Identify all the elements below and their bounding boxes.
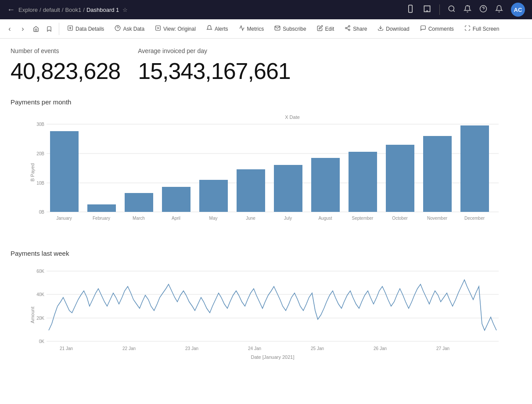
ask-data-button[interactable]: Ask Data [110,23,149,35]
nav-back-button[interactable]: ‹ [4,23,16,35]
svg-text:24 Jan: 24 Jan [248,346,261,351]
alerts-icon [206,25,212,32]
svg-text:0K: 0K [39,339,45,344]
subscribe-icon [274,25,280,32]
svg-text:10B: 10B [36,181,44,186]
svg-text:August: August [318,216,332,221]
download-label: Download [386,26,409,32]
share-label: Share [353,26,367,32]
subscribe-label: Subscribe [283,26,306,32]
main-content: Number of events 40,823,628 Average invo… [0,39,532,404]
svg-rect-15 [156,26,161,31]
svg-text:60K: 60K [36,269,44,274]
breadcrumb-default[interactable]: default [43,7,60,13]
bar-november [423,136,452,212]
subscribe-button[interactable]: Subscribe [270,23,310,35]
svg-text:30B: 30B [36,122,44,127]
line-x-axis-label: Date [January 2021] [251,354,294,360]
topbar-icons: AC [406,3,525,17]
metrics-button[interactable]: Metrics [234,23,269,35]
svg-point-3 [449,6,454,11]
svg-text:23 Jan: 23 Jan [185,346,198,351]
notifications-add-icon[interactable] [464,5,471,15]
back-button[interactable]: ← [7,5,15,14]
bar-june [237,169,265,212]
svg-text:June: June [246,216,255,221]
bell-icon[interactable] [495,5,503,15]
share-button[interactable]: Share [340,23,371,35]
breadcrumb-dashboard1[interactable]: Dashboard 1 [86,7,119,13]
svg-point-18 [349,29,350,31]
kpi-events-label: Number of events [11,47,120,54]
svg-text:October: October [392,216,408,221]
comments-icon [420,25,426,32]
metrics-icon [239,25,245,32]
svg-text:26 Jan: 26 Jan [374,346,387,351]
metrics-label: Metrics [247,26,264,32]
breadcrumb-sep1: / [40,7,41,13]
svg-point-2 [427,11,428,11]
view-original-button[interactable]: View: Original [151,23,200,35]
breadcrumb-book1[interactable]: Book1 [65,7,81,13]
svg-text:September: September [352,216,374,221]
kpi-invoiced-label: Average invoiced per day [138,47,290,54]
alerts-button[interactable]: Alerts [202,23,233,35]
fullscreen-button[interactable]: Full Screen [460,23,504,35]
bar-may [199,180,228,212]
x-axis-label: X Date [285,114,300,120]
favorite-star-icon[interactable]: ☆ [122,7,128,13]
svg-text:27 Jan: 27 Jan [436,346,449,351]
kpi-events-value: 40,823,628 [11,58,120,84]
data-details-label: Data Details [75,26,104,32]
mobile-icon[interactable] [406,4,415,15]
svg-text:February: February [93,216,110,221]
svg-text:20B: 20B [36,151,44,156]
bar-chart-title: Payments per month [11,98,521,106]
svg-point-17 [345,27,347,29]
topbar: ← Explore / default / Book1 / Dashboard … [0,0,532,19]
line-chart-title: Payments last week [11,250,521,257]
user-avatar[interactable]: AC [511,3,525,17]
data-details-icon [67,25,73,32]
ask-data-icon [115,25,121,32]
nav-forward-button[interactable]: › [17,23,29,35]
svg-text:40K: 40K [36,292,44,297]
toolbar: ‹ › Data Details Ask Data View: Original… [0,19,532,39]
comments-button[interactable]: Comments [416,23,458,35]
svg-text:November: November [427,216,448,221]
breadcrumb-sep3: / [83,7,85,13]
svg-line-4 [453,10,454,11]
edit-button[interactable]: Edit [313,23,339,35]
kpi-row: Number of events 40,823,628 Average invo… [11,47,521,84]
breadcrumb-sep2: / [62,7,64,13]
svg-text:May: May [209,216,218,221]
kpi-invoiced: Average invoiced per day 15,343,167,661 [138,47,290,84]
svg-line-19 [347,29,349,29]
nav-home-button[interactable] [30,23,42,35]
bar-september [349,152,377,212]
search-icon[interactable] [448,5,456,15]
svg-text:20K: 20K [36,316,44,321]
download-button[interactable]: Download [373,23,413,35]
tablet-icon[interactable] [423,4,431,15]
topbar-divider [439,4,440,15]
help-icon[interactable] [479,5,487,15]
kpi-events: Number of events 40,823,628 [11,47,120,84]
bar-october [386,145,414,212]
bar-march [125,193,153,212]
ask-data-label: Ask Data [123,26,144,32]
bar-chart-section: Payments per month B Payed X Date 30B 20… [11,98,521,236]
toolbar-nav: ‹ › [4,23,55,35]
data-details-button[interactable]: Data Details [63,23,108,35]
svg-rect-0 [409,5,412,12]
bar-july [274,165,302,212]
svg-text:December: December [464,216,485,221]
svg-text:22 Jan: 22 Jan [122,346,136,351]
edit-icon [317,25,323,32]
view-original-label: View: Original [163,26,196,32]
breadcrumb-explore[interactable]: Explore [18,7,38,13]
nav-bookmark-button[interactable] [43,23,55,35]
svg-text:July: July [284,216,292,221]
line-chart-line [49,280,496,330]
share-icon [345,25,351,32]
